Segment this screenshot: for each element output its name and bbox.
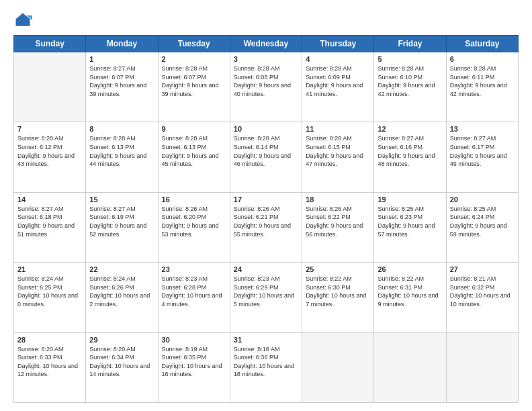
day-number: 1 (89, 55, 154, 63)
day-detail: Sunrise: 8:28 AMSunset: 6:13 PMDaylight:… (89, 134, 154, 168)
day-detail: Sunrise: 8:28 AMSunset: 6:11 PMDaylight:… (450, 64, 515, 98)
day-number: 29 (89, 336, 154, 344)
day-number: 20 (450, 195, 515, 203)
day-detail: Sunrise: 8:26 AMSunset: 6:20 PMDaylight:… (162, 205, 226, 238)
day-detail: Sunrise: 8:27 AMSunset: 6:16 PMDaylight:… (378, 134, 442, 168)
calendar-day-cell (446, 332, 518, 402)
calendar-table: SundayMondayTuesdayWednesdayThursdayFrid… (13, 35, 519, 403)
day-number: 27 (450, 265, 515, 273)
day-number: 12 (378, 125, 442, 133)
day-number: 13 (450, 125, 515, 133)
day-number: 18 (306, 195, 370, 203)
day-detail: Sunrise: 8:28 AMSunset: 6:15 PMDaylight:… (306, 134, 370, 168)
calendar-day-cell: 10Sunrise: 8:28 AMSunset: 6:14 PMDayligh… (230, 122, 302, 192)
day-number: 23 (162, 265, 226, 273)
day-detail: Sunrise: 8:26 AMSunset: 6:21 PMDaylight:… (234, 205, 298, 238)
calendar-day-header: Saturday (446, 36, 518, 52)
calendar-day-cell: 11Sunrise: 8:28 AMSunset: 6:15 PMDayligh… (302, 122, 374, 192)
calendar-day-cell: 1Sunrise: 8:27 AMSunset: 6:07 PMDaylight… (86, 52, 158, 122)
day-number: 28 (17, 336, 82, 344)
calendar-day-cell: 6Sunrise: 8:28 AMSunset: 6:11 PMDaylight… (446, 52, 518, 122)
calendar-day-cell: 24Sunrise: 8:23 AMSunset: 6:29 PMDayligh… (230, 263, 302, 332)
day-number: 16 (162, 195, 226, 203)
calendar-day-header: Tuesday (158, 36, 230, 52)
calendar-day-header: Sunday (14, 36, 86, 52)
calendar-day-cell (302, 332, 374, 402)
calendar-day-header: Wednesday (230, 36, 302, 52)
calendar-day-cell: 30Sunrise: 8:19 AMSunset: 6:35 PMDayligh… (158, 332, 230, 402)
calendar-day-cell: 14Sunrise: 8:27 AMSunset: 6:18 PMDayligh… (14, 192, 86, 262)
day-detail: Sunrise: 8:28 AMSunset: 6:13 PMDaylight:… (162, 134, 226, 168)
page: SundayMondayTuesdayWednesdayThursdayFrid… (0, 0, 532, 411)
calendar-day-cell: 29Sunrise: 8:20 AMSunset: 6:34 PMDayligh… (86, 332, 158, 402)
day-detail: Sunrise: 8:26 AMSunset: 6:22 PMDaylight:… (306, 205, 370, 238)
day-detail: Sunrise: 8:24 AMSunset: 6:26 PMDaylight:… (89, 275, 154, 308)
logo (13, 11, 35, 30)
calendar-day-cell: 26Sunrise: 8:22 AMSunset: 6:31 PMDayligh… (374, 263, 446, 332)
day-detail: Sunrise: 8:22 AMSunset: 6:31 PMDaylight:… (378, 275, 442, 308)
calendar-week-row: 7Sunrise: 8:28 AMSunset: 6:12 PMDaylight… (14, 122, 519, 192)
day-number: 11 (306, 125, 370, 133)
day-number: 22 (89, 265, 154, 273)
day-number: 14 (17, 195, 82, 203)
day-number: 3 (234, 55, 298, 63)
calendar-day-cell: 5Sunrise: 8:28 AMSunset: 6:10 PMDaylight… (374, 52, 446, 122)
calendar-day-cell (374, 332, 446, 402)
day-detail: Sunrise: 8:28 AMSunset: 6:12 PMDaylight:… (17, 134, 82, 168)
day-number: 19 (378, 195, 442, 203)
calendar-day-cell: 25Sunrise: 8:22 AMSunset: 6:30 PMDayligh… (302, 263, 374, 332)
day-detail: Sunrise: 8:25 AMSunset: 6:23 PMDaylight:… (378, 205, 442, 238)
calendar-day-cell: 7Sunrise: 8:28 AMSunset: 6:12 PMDaylight… (14, 122, 86, 192)
day-detail: Sunrise: 8:28 AMSunset: 6:14 PMDaylight:… (234, 134, 298, 168)
day-detail: Sunrise: 8:24 AMSunset: 6:25 PMDaylight:… (17, 275, 82, 308)
day-detail: Sunrise: 8:27 AMSunset: 6:07 PMDaylight:… (89, 64, 154, 98)
day-detail: Sunrise: 8:27 AMSunset: 6:17 PMDaylight:… (450, 134, 515, 168)
day-number: 2 (162, 55, 226, 63)
calendar-day-cell: 16Sunrise: 8:26 AMSunset: 6:20 PMDayligh… (158, 192, 230, 262)
calendar-day-cell: 22Sunrise: 8:24 AMSunset: 6:26 PMDayligh… (86, 263, 158, 332)
day-number: 24 (234, 265, 298, 273)
day-number: 31 (234, 336, 298, 344)
calendar-day-cell: 18Sunrise: 8:26 AMSunset: 6:22 PMDayligh… (302, 192, 374, 262)
day-detail: Sunrise: 8:23 AMSunset: 6:28 PMDaylight:… (162, 275, 226, 308)
day-number: 5 (378, 55, 442, 63)
svg-marker-0 (16, 13, 30, 26)
calendar-day-cell: 23Sunrise: 8:23 AMSunset: 6:28 PMDayligh… (158, 263, 230, 332)
calendar-day-cell: 28Sunrise: 8:20 AMSunset: 6:33 PMDayligh… (14, 332, 86, 402)
calendar-day-header: Monday (86, 36, 158, 52)
day-detail: Sunrise: 8:20 AMSunset: 6:33 PMDaylight:… (17, 345, 82, 379)
day-detail: Sunrise: 8:19 AMSunset: 6:35 PMDaylight:… (162, 345, 226, 379)
logo-icon (13, 11, 32, 30)
calendar-day-cell: 19Sunrise: 8:25 AMSunset: 6:23 PMDayligh… (374, 192, 446, 262)
day-number: 26 (378, 265, 442, 273)
day-number: 30 (162, 336, 226, 344)
day-number: 21 (17, 265, 82, 273)
calendar-day-cell: 8Sunrise: 8:28 AMSunset: 6:13 PMDaylight… (86, 122, 158, 192)
calendar-day-cell (14, 52, 86, 122)
day-detail: Sunrise: 8:27 AMSunset: 6:18 PMDaylight:… (17, 205, 82, 238)
day-detail: Sunrise: 8:20 AMSunset: 6:34 PMDaylight:… (89, 345, 154, 379)
calendar-header-row: SundayMondayTuesdayWednesdayThursdayFrid… (14, 36, 519, 52)
day-detail: Sunrise: 8:27 AMSunset: 6:19 PMDaylight:… (89, 205, 154, 238)
calendar-week-row: 28Sunrise: 8:20 AMSunset: 6:33 PMDayligh… (14, 332, 519, 402)
day-detail: Sunrise: 8:22 AMSunset: 6:30 PMDaylight:… (306, 275, 370, 308)
day-number: 8 (89, 125, 154, 133)
day-number: 9 (162, 125, 226, 133)
calendar-day-header: Thursday (302, 36, 374, 52)
calendar-day-header: Friday (374, 36, 446, 52)
calendar-day-cell: 21Sunrise: 8:24 AMSunset: 6:25 PMDayligh… (14, 263, 86, 332)
calendar-day-cell: 13Sunrise: 8:27 AMSunset: 6:17 PMDayligh… (446, 122, 518, 192)
day-number: 17 (234, 195, 298, 203)
calendar-day-cell: 20Sunrise: 8:25 AMSunset: 6:24 PMDayligh… (446, 192, 518, 262)
calendar-week-row: 14Sunrise: 8:27 AMSunset: 6:18 PMDayligh… (14, 192, 519, 262)
day-number: 25 (306, 265, 370, 273)
day-detail: Sunrise: 8:23 AMSunset: 6:29 PMDaylight:… (234, 275, 298, 308)
calendar-day-cell: 3Sunrise: 8:28 AMSunset: 6:08 PMDaylight… (230, 52, 302, 122)
day-detail: Sunrise: 8:28 AMSunset: 6:07 PMDaylight:… (162, 64, 226, 98)
calendar-day-cell: 4Sunrise: 8:28 AMSunset: 6:09 PMDaylight… (302, 52, 374, 122)
calendar-day-cell: 17Sunrise: 8:26 AMSunset: 6:21 PMDayligh… (230, 192, 302, 262)
calendar-week-row: 1Sunrise: 8:27 AMSunset: 6:07 PMDaylight… (14, 52, 519, 122)
calendar-day-cell: 2Sunrise: 8:28 AMSunset: 6:07 PMDaylight… (158, 52, 230, 122)
day-detail: Sunrise: 8:21 AMSunset: 6:32 PMDaylight:… (450, 275, 515, 308)
day-detail: Sunrise: 8:28 AMSunset: 6:10 PMDaylight:… (378, 64, 442, 98)
